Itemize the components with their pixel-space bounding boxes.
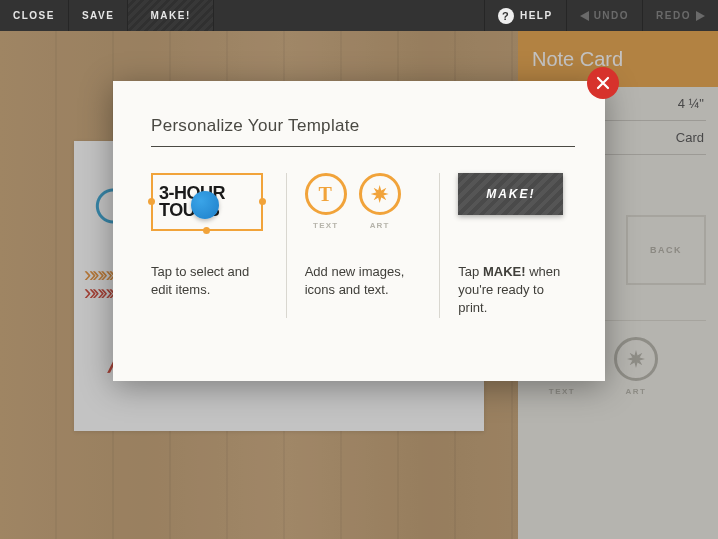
redo-arrow-icon [696,11,705,21]
top-toolbar: CLOSE SAVE MAKE! ? HELP UNDO REDO [0,0,718,31]
close-modal-button[interactable] [587,67,619,99]
selection-handle-left [148,198,155,205]
make-button[interactable]: MAKE! [128,0,213,31]
help-label: HELP [520,10,553,21]
art-tool-preview-icon [359,173,401,215]
close-icon [596,76,610,90]
tip-select-caption: Tap to select and edit items. [151,263,268,299]
help-icon: ? [498,8,514,24]
selection-handle-right [259,198,266,205]
text-tool-preview: T TEXT [305,173,347,230]
modal-heading: Personalize Your Template [151,116,575,147]
selection-example: 3-HOUR TOURS [151,173,263,231]
text-tool-preview-label: TEXT [313,221,338,230]
touch-cursor-icon [191,191,219,219]
text-tool-preview-icon: T [305,173,347,215]
art-tool-preview-label: ART [370,221,390,230]
save-button[interactable]: SAVE [69,0,129,31]
tip-add-items: T TEXT ART Add new images, icons and tex… [286,173,440,318]
close-button[interactable]: CLOSE [0,0,69,31]
selection-handle-bottom [203,227,210,234]
tip-select-edit: 3-HOUR TOURS Tap to select and edit item… [151,173,286,318]
make-button-preview: MAKE! [458,173,563,215]
undo-button[interactable]: UNDO [566,0,642,31]
art-tool-preview: ART [359,173,401,230]
redo-button[interactable]: REDO [642,0,718,31]
onboarding-modal: Personalize Your Template 3-HOUR TOURS T… [113,81,605,381]
tip-make: MAKE! Tap MAKE! when you're ready to pri… [439,173,575,318]
tip-make-caption: Tap MAKE! when you're ready to print. [458,263,575,318]
svg-text:?: ? [502,10,510,22]
tip-add-caption: Add new images, icons and text. [305,263,422,299]
help-button[interactable]: ? HELP [484,0,566,31]
redo-label: REDO [656,10,691,21]
undo-label: UNDO [594,10,629,21]
undo-arrow-icon [580,11,589,21]
